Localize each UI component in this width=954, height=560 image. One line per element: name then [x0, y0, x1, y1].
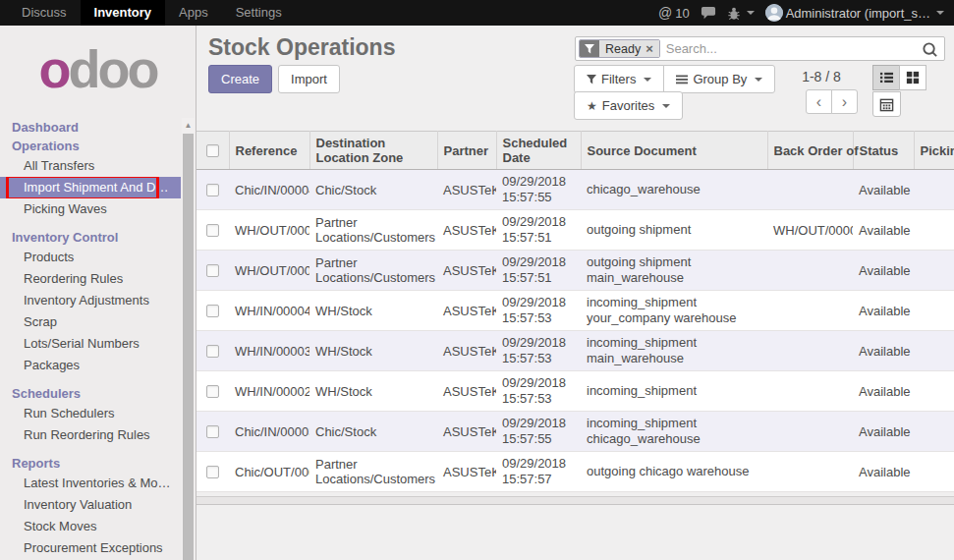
cell-back-order: WH/OUT/00002 — [767, 210, 853, 251]
table-row[interactable]: Chic/OUT/00004Partner Locations/Customer… — [196, 452, 954, 492]
sidebar-item-inventory-adjustments[interactable]: Inventory Adjustments — [0, 290, 181, 311]
list-view-button[interactable] — [872, 65, 900, 90]
sidebar-item-stock-moves[interactable]: Stock Moves — [0, 516, 181, 537]
sidebar-section-inventory-control[interactable]: Inventory Control — [0, 228, 181, 247]
sidebar-item-reordering-rules[interactable]: Reordering Rules — [0, 268, 181, 290]
sidebar-item-run-schedulers[interactable]: Run Schedulers — [0, 403, 181, 424]
favorites-label: Favorites — [602, 99, 654, 112]
row-checkbox[interactable] — [206, 425, 219, 438]
create-button[interactable]: Create — [208, 65, 272, 93]
kanban-view-button[interactable] — [899, 65, 926, 90]
sidebar-section-reports[interactable]: Reports — [0, 454, 181, 473]
scroll-up-arrow[interactable]: ▲ — [182, 118, 195, 133]
mentions-indicator[interactable]: @ 10 — [658, 5, 690, 21]
sidebar-section-operations[interactable]: Operations — [0, 137, 181, 155]
favorites-button[interactable]: ★ Favorites — [574, 91, 683, 120]
column-header-picking-wave[interactable]: Picking Wave — [914, 132, 954, 170]
page-title: Stock Operations — [208, 34, 395, 61]
source-document-line1: incoming_shipment — [587, 416, 761, 431]
sidebar-section-dashboard[interactable]: Dashboard — [0, 118, 181, 137]
sidebar-item-picking-waves[interactable]: Picking Waves — [0, 198, 181, 220]
caret-down-icon — [747, 11, 755, 15]
source-document-line2: main_warehouse — [587, 351, 761, 366]
table-row[interactable]: WH/IN/00004WH/StockASUSTeK09/29/201815:5… — [196, 291, 954, 331]
row-checkbox[interactable] — [206, 264, 219, 277]
search-input[interactable] — [666, 41, 919, 56]
row-checkbox[interactable] — [206, 184, 219, 196]
cell-scheduled-date: 09/29/201815:57:53 — [496, 291, 581, 331]
sidebar-section-schedulers[interactable]: Schedulers — [0, 384, 181, 403]
caret-down-icon — [755, 78, 762, 82]
table-row[interactable]: Chic/IN/00003Chic/StockASUSTeK09/29/2018… — [196, 412, 954, 452]
column-header-back-order-of[interactable]: Back Order of — [767, 132, 853, 170]
cell-status: Available — [853, 291, 914, 331]
column-header-source-document[interactable]: Source Document — [581, 132, 767, 170]
row-select-cell — [196, 331, 229, 371]
row-checkbox[interactable] — [206, 305, 219, 317]
sidebar-item-import-shipment-and-d[interactable]: Import Shipment And D… — [0, 177, 181, 198]
debug-menu[interactable] — [727, 6, 755, 21]
sidebar-item-inventory-valuation[interactable]: Inventory Valuation — [0, 494, 181, 516]
cell-back-order — [767, 170, 853, 210]
cell-back-order — [767, 371, 853, 412]
search-icon[interactable] — [922, 41, 938, 62]
sidebar-item-run-reordering-rules[interactable]: Run Reordering Rules — [0, 424, 181, 446]
messages-button[interactable] — [701, 6, 716, 21]
group-by-button[interactable]: Group By — [663, 65, 775, 93]
column-header-scheduled-date[interactable]: Scheduled Date — [496, 132, 581, 170]
row-checkbox[interactable] — [206, 466, 219, 478]
top-menu-apps[interactable]: Apps — [165, 0, 222, 26]
cell-status: Available — [853, 210, 914, 251]
table-header-row: ReferenceDestination Location ZonePartne… — [196, 132, 954, 170]
source-document-line2: chicago_warehouse — [587, 431, 761, 447]
sidebar-item-scrap[interactable]: Scrap — [0, 311, 181, 333]
cell-source-document: incoming_shipment — [581, 371, 767, 412]
filters-button[interactable]: Filters — [574, 65, 664, 93]
cell-reference: WH/OUT/00001 — [229, 251, 309, 291]
search-facet: Ready × — [579, 39, 660, 58]
table-row[interactable]: WH/OUT/00001Partner Locations/CustomersA… — [196, 251, 954, 291]
row-checkbox[interactable] — [206, 385, 219, 398]
sidebar-item-packages[interactable]: Packages — [0, 355, 181, 376]
pager-previous-button[interactable]: ‹ — [806, 89, 832, 114]
scheduled-date: 09/29/2018 — [502, 416, 575, 431]
column-header-partner[interactable]: Partner — [437, 132, 496, 170]
top-menu-discuss[interactable]: Discuss — [8, 0, 81, 26]
pager-next-button[interactable]: › — [831, 89, 858, 114]
table-row[interactable]: WH/IN/00002WH/StockASUSTeK09/29/201815:5… — [196, 371, 954, 412]
column-header-destination-location-zone[interactable]: Destination Location Zone — [309, 132, 437, 170]
user-menu[interactable]: Administrator (import_s… — [765, 4, 944, 22]
sidebar-item-lots-serial-numbers[interactable]: Lots/Serial Numbers — [0, 333, 181, 355]
select-all-checkbox[interactable] — [206, 144, 219, 157]
row-checkbox[interactable] — [206, 345, 219, 358]
cell-reference: WH/IN/00003 — [229, 331, 309, 371]
column-header-status[interactable]: Status — [853, 132, 914, 170]
list-view: ReferenceDestination Location ZonePartne… — [196, 131, 954, 505]
odoo-logo[interactable]: odoo — [0, 26, 196, 112]
table-row[interactable]: Chic/IN/00004Chic/StockASUSTeK09/29/2018… — [196, 170, 954, 210]
sidebar-item-latest-inventories-mo[interactable]: Latest Inventories & Mo… — [0, 473, 181, 494]
calendar-view-button[interactable] — [872, 91, 901, 117]
group-by-icon — [676, 75, 688, 84]
facet-remove-icon[interactable]: × — [645, 42, 653, 55]
import-button[interactable]: Import — [278, 65, 340, 93]
scheduled-date: 09/29/2018 — [502, 254, 575, 270]
table-row[interactable]: WH/IN/00003WH/StockASUSTeK09/29/201815:5… — [196, 331, 954, 371]
sidebar-item-all-transfers[interactable]: All Transfers — [0, 155, 181, 177]
cell-destination: Chic/Stock — [309, 412, 437, 452]
scrollbar-thumb[interactable] — [183, 134, 194, 560]
sidebar-item-products[interactable]: Products — [0, 247, 181, 268]
cell-source-document: outgoing shipment — [581, 210, 767, 251]
topbar: DiscussInventoryAppsSettings @ 10 — [0, 0, 954, 26]
scheduled-time: 15:57:57 — [502, 472, 575, 487]
top-menu-settings[interactable]: Settings — [222, 0, 296, 26]
cell-scheduled-date: 09/29/201815:57:57 — [496, 452, 581, 492]
cell-source-document: chicago_warehouse — [581, 170, 767, 210]
source-document-line1: outgoing chicago warehouse — [587, 464, 761, 479]
row-select-cell — [196, 210, 229, 251]
table-row[interactable]: WH/OUT/00005Partner Locations/CustomersA… — [196, 210, 954, 251]
sidebar-item-procurement-exceptions[interactable]: Procurement Exceptions — [0, 537, 181, 559]
column-header-reference[interactable]: Reference — [229, 132, 309, 170]
top-menu-inventory[interactable]: Inventory — [81, 0, 166, 26]
row-checkbox[interactable] — [206, 224, 219, 237]
